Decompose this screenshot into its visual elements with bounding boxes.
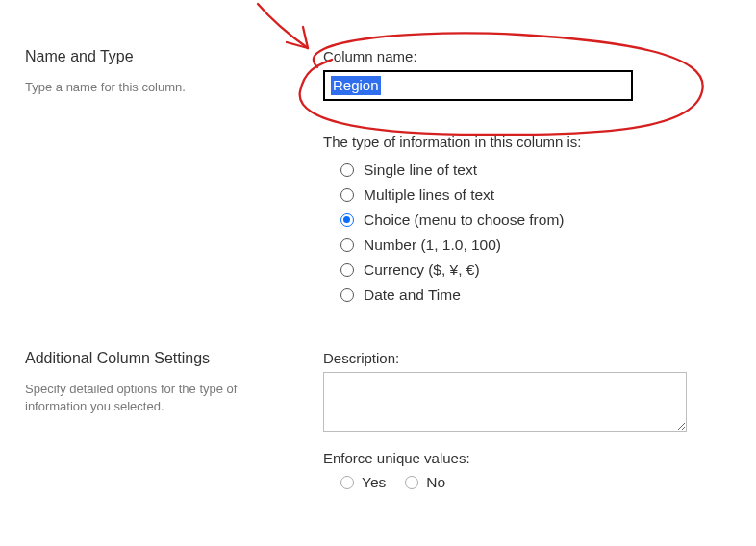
column-name-value: Region <box>331 76 381 95</box>
type-option-currency[interactable]: Currency ($, ¥, €) <box>323 261 737 279</box>
enforce-option-yes[interactable]: Yes <box>340 474 386 491</box>
radio-icon <box>340 476 354 489</box>
section-heading: Name and Type <box>25 48 314 65</box>
type-options-list: Single line of text Multiple lines of te… <box>323 161 737 304</box>
section-left: Name and Type Type a name for this colum… <box>25 48 314 96</box>
type-option-label: Multiple lines of text <box>364 186 494 204</box>
enforce-label: Enforce unique values: <box>323 450 737 466</box>
description-label: Description: <box>323 350 737 366</box>
type-option-date-time[interactable]: Date and Time <box>323 286 737 304</box>
section-subtext: Type a name for this column. <box>25 79 314 96</box>
type-info-label: The type of information in this column i… <box>323 134 737 150</box>
radio-icon <box>340 238 354 252</box>
radio-icon <box>340 188 354 202</box>
type-option-label: Currency ($, ¥, €) <box>364 261 480 279</box>
type-option-label: Date and Time <box>364 286 461 304</box>
enforce-option-no[interactable]: No <box>405 474 445 491</box>
section-right: Column name: Region The type of informat… <box>314 48 737 311</box>
column-name-label: Column name: <box>323 48 737 64</box>
type-option-single-line[interactable]: Single line of text <box>323 161 737 179</box>
section-left: Additional Column Settings Specify detai… <box>25 350 314 415</box>
type-option-choice[interactable]: Choice (menu to choose from) <box>323 211 737 229</box>
enforce-option-label: No <box>426 474 445 491</box>
enforce-block: Enforce unique values: Yes No <box>323 450 737 491</box>
enforce-options: Yes No <box>323 474 737 491</box>
enforce-option-label: Yes <box>362 474 386 491</box>
column-name-input[interactable]: Region <box>323 70 633 101</box>
type-option-label: Choice (menu to choose from) <box>364 211 564 229</box>
type-info-block: The type of information in this column i… <box>323 134 737 304</box>
radio-icon <box>340 163 354 177</box>
section-additional-settings: Additional Column Settings Specify detai… <box>0 311 756 491</box>
type-option-multiple-lines[interactable]: Multiple lines of text <box>323 186 737 204</box>
section-right: Description: Enforce unique values: Yes … <box>314 350 737 491</box>
radio-icon <box>340 263 354 277</box>
description-textarea[interactable] <box>323 372 687 432</box>
section-name-and-type: Name and Type Type a name for this colum… <box>0 0 756 311</box>
radio-icon <box>340 288 354 302</box>
type-option-label: Number (1, 1.0, 100) <box>364 236 501 254</box>
type-option-label: Single line of text <box>364 161 477 179</box>
section-heading: Additional Column Settings <box>25 350 314 367</box>
radio-icon <box>340 213 354 227</box>
radio-icon <box>405 476 418 489</box>
section-subtext: Specify detailed options for the type of… <box>25 381 314 415</box>
type-option-number[interactable]: Number (1, 1.0, 100) <box>323 236 737 254</box>
